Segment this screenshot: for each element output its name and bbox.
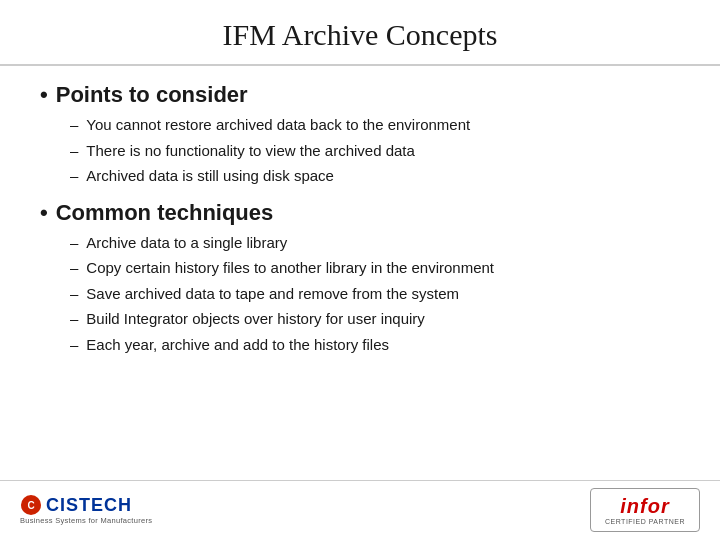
bullet-dot-1: • bbox=[40, 82, 48, 108]
cistech-circle-icon: C bbox=[20, 494, 42, 516]
list-item: – Archived data is still using disk spac… bbox=[70, 165, 680, 188]
cistech-logo: C CISTECH Business Systems for Manufactu… bbox=[20, 494, 152, 525]
slide: IFM Archive Concepts • Points to conside… bbox=[0, 0, 720, 540]
slide-footer: C CISTECH Business Systems for Manufactu… bbox=[0, 480, 720, 540]
section-techniques-label: Common techniques bbox=[56, 200, 274, 226]
slide-content: • Points to consider – You cannot restor… bbox=[0, 66, 720, 480]
item-text: Archived data is still using disk space bbox=[86, 165, 680, 188]
section-points-title: • Points to consider bbox=[40, 82, 680, 108]
bullet-dot-2: • bbox=[40, 200, 48, 226]
infor-logo: infor CERTIFIED PARTNER bbox=[590, 488, 700, 532]
cistech-name-text: CISTECH bbox=[46, 495, 132, 516]
section-techniques-items: – Archive data to a single library – Cop… bbox=[40, 232, 680, 357]
item-text: Copy certain history files to another li… bbox=[86, 257, 680, 280]
slide-title: IFM Archive Concepts bbox=[30, 18, 690, 52]
dash-icon: – bbox=[70, 140, 78, 163]
cistech-logo-row: C CISTECH bbox=[20, 494, 132, 516]
section-techniques: • Common techniques – Archive data to a … bbox=[40, 200, 680, 357]
dash-icon: – bbox=[70, 283, 78, 306]
section-techniques-title: • Common techniques bbox=[40, 200, 680, 226]
dash-icon: – bbox=[70, 257, 78, 280]
item-text: Archive data to a single library bbox=[86, 232, 680, 255]
list-item: – Copy certain history files to another … bbox=[70, 257, 680, 280]
list-item: – You cannot restore archived data back … bbox=[70, 114, 680, 137]
list-item: – There is no functionality to view the … bbox=[70, 140, 680, 163]
section-points-label: Points to consider bbox=[56, 82, 248, 108]
slide-header: IFM Archive Concepts bbox=[0, 0, 720, 66]
item-text: You cannot restore archived data back to… bbox=[86, 114, 680, 137]
section-points-items: – You cannot restore archived data back … bbox=[40, 114, 680, 188]
item-text: Build Integrator objects over history fo… bbox=[86, 308, 680, 331]
list-item: – Each year, archive and add to the hist… bbox=[70, 334, 680, 357]
infor-name-text: infor bbox=[620, 495, 669, 518]
dash-icon: – bbox=[70, 232, 78, 255]
list-item: – Save archived data to tape and remove … bbox=[70, 283, 680, 306]
dash-icon: – bbox=[70, 308, 78, 331]
item-text: There is no functionality to view the ar… bbox=[86, 140, 680, 163]
dash-icon: – bbox=[70, 334, 78, 357]
list-item: – Build Integrator objects over history … bbox=[70, 308, 680, 331]
svg-text:C: C bbox=[27, 500, 34, 511]
cistech-tagline-text: Business Systems for Manufacturers bbox=[20, 516, 152, 525]
item-text: Each year, archive and add to the histor… bbox=[86, 334, 680, 357]
list-item: – Archive data to a single library bbox=[70, 232, 680, 255]
dash-icon: – bbox=[70, 114, 78, 137]
dash-icon: – bbox=[70, 165, 78, 188]
section-points: • Points to consider – You cannot restor… bbox=[40, 82, 680, 188]
item-text: Save archived data to tape and remove fr… bbox=[86, 283, 680, 306]
infor-certified-text: CERTIFIED PARTNER bbox=[605, 518, 685, 525]
